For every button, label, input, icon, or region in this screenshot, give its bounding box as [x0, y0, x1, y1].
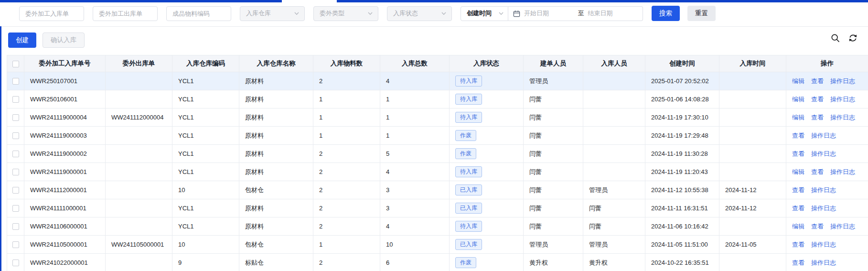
cell-material_count: 2	[313, 254, 380, 271]
column-header-creator: 建单人员	[524, 55, 583, 72]
inbound-warehouse-select[interactable]: 入库仓库	[240, 6, 305, 21]
start-date-placeholder[interactable]: 开始日期	[524, 9, 574, 18]
cell-total_count: 4	[380, 217, 450, 236]
action-edit-link[interactable]: 编辑	[792, 77, 804, 85]
action-log-link[interactable]: 操作日志	[811, 259, 836, 266]
table-row: WWR250106001YCL1原材料11待入库闫蕾2025-01-06 14:…	[7, 90, 868, 108]
cell-material_count: 2	[313, 199, 380, 217]
cell-actions: 查看操作日志	[786, 199, 868, 217]
cell-outbound_no: WW241105000001	[106, 236, 172, 254]
row-checkbox[interactable]	[12, 132, 19, 139]
cell-inbound_at	[719, 217, 786, 236]
cell-outbound_no	[106, 254, 172, 271]
row-checkbox[interactable]	[12, 151, 19, 157]
action-view-link[interactable]: 查看	[811, 223, 824, 230]
date-type-selected-value: 创建时间	[467, 9, 492, 18]
select-all-checkbox[interactable]	[12, 61, 19, 67]
end-date-placeholder[interactable]: 结束日期	[588, 9, 638, 18]
cell-created_at: 2024-11-19 11:20:43	[645, 163, 719, 181]
cell-warehouse_code: 10	[172, 236, 239, 254]
date-type-select[interactable]: 创建时间	[461, 6, 508, 21]
action-view-link[interactable]: 查看	[792, 132, 804, 139]
cell-warehouse_name: 原材料	[239, 163, 313, 181]
select-all-header-cell	[7, 55, 24, 72]
cell-total_count: 1	[380, 90, 450, 108]
outsource-type-select-placeholder: 委外类型	[320, 9, 344, 18]
confirm-inbound-button[interactable]: 确认入库	[43, 33, 85, 48]
search-button[interactable]: 搜索	[652, 6, 680, 21]
cell-created_at: 2024-11-19 17:30:10	[645, 108, 719, 127]
outsource-inbound-order-input[interactable]	[19, 6, 84, 21]
action-view-link[interactable]: 查看	[792, 150, 804, 157]
date-range-picker[interactable]: 开始日期 至 结束日期	[508, 6, 643, 21]
action-log-link[interactable]: 操作日志	[811, 205, 836, 212]
column-header-outbound_no: 委外出库单	[106, 55, 172, 72]
refresh-icon[interactable]	[848, 33, 857, 43]
cell-warehouse_name: 包材仓	[239, 181, 313, 199]
action-log-link[interactable]: 操作日志	[830, 96, 855, 103]
inbound-status-select[interactable]: 入库状态	[387, 6, 452, 21]
column-header-material_count: 入库物料数	[313, 55, 380, 72]
cell-actions: 查看操作日志	[786, 236, 868, 254]
reset-button[interactable]: 重置	[687, 6, 716, 21]
cell-total_count: 5	[380, 145, 450, 163]
cell-total_count: 4	[380, 163, 450, 181]
action-log-link[interactable]: 操作日志	[830, 223, 855, 230]
row-checkbox[interactable]	[12, 96, 19, 103]
cell-warehouse_code: YCL1	[172, 163, 239, 181]
date-filter: 创建时间 开始日期 至 结束日期	[461, 6, 643, 21]
outsource-outbound-order-input[interactable]	[93, 6, 158, 21]
cell-total_count: 1	[380, 127, 450, 145]
action-view-link[interactable]: 查看	[811, 114, 824, 121]
action-edit-link[interactable]: 编辑	[792, 114, 804, 121]
action-edit-link[interactable]: 编辑	[792, 223, 804, 230]
action-view-link[interactable]: 查看	[792, 241, 804, 248]
action-view-link[interactable]: 查看	[792, 186, 804, 194]
row-select-cell	[7, 145, 24, 163]
action-view-link[interactable]: 查看	[811, 168, 824, 175]
action-log-link[interactable]: 操作日志	[830, 168, 855, 175]
row-checkbox[interactable]	[12, 205, 19, 212]
row-checkbox[interactable]	[12, 223, 19, 230]
cell-inbound_operator	[583, 90, 645, 108]
cell-created_at: 2024-10-22 16:35:51	[645, 254, 719, 271]
search-icon[interactable]	[831, 33, 840, 43]
cell-creator: 黄升权	[524, 254, 583, 271]
action-log-link[interactable]: 操作日志	[811, 132, 836, 139]
action-edit-link[interactable]: 编辑	[792, 168, 804, 175]
column-header-inbound_operator: 入库人员	[583, 55, 645, 72]
action-log-link[interactable]: 操作日志	[811, 150, 836, 157]
row-checkbox[interactable]	[12, 78, 19, 85]
create-button[interactable]: 创建	[8, 33, 36, 48]
finished-material-code-input[interactable]	[166, 6, 231, 21]
action-view-link[interactable]: 查看	[792, 259, 804, 266]
cell-total_count: 4	[380, 72, 450, 90]
outsource-type-select[interactable]: 委外类型	[313, 6, 378, 21]
inbound-warehouse-select-placeholder: 入库仓库	[246, 9, 271, 18]
action-view-link[interactable]: 查看	[792, 205, 804, 212]
cell-warehouse_name: 包材仓	[239, 236, 313, 254]
cell-status: 待入库	[450, 217, 524, 236]
row-checkbox[interactable]	[12, 187, 19, 194]
cell-inbound_at	[719, 108, 786, 127]
action-edit-link[interactable]: 编辑	[792, 96, 804, 103]
cell-warehouse_code: YCL1	[172, 199, 239, 217]
row-checkbox[interactable]	[12, 241, 19, 248]
cell-inbound_operator	[583, 127, 645, 145]
orders-table: 委外加工入库单号委外出库单入库仓库编码入库仓库名称入库物料数入库总数入库状态建单…	[7, 55, 868, 271]
cell-warehouse_code: YCL1	[172, 127, 239, 145]
action-log-link[interactable]: 操作日志	[830, 77, 855, 85]
row-checkbox[interactable]	[12, 114, 19, 121]
cell-creator: 闫蕾	[524, 127, 583, 145]
action-log-link[interactable]: 操作日志	[811, 241, 836, 248]
row-checkbox[interactable]	[12, 169, 19, 175]
row-checkbox[interactable]	[12, 260, 19, 266]
action-log-link[interactable]: 操作日志	[811, 186, 836, 194]
cell-actions: 查看操作日志	[786, 181, 868, 199]
action-log-link[interactable]: 操作日志	[830, 114, 855, 121]
cell-order_no: WWR241119000001	[24, 163, 106, 181]
action-view-link[interactable]: 查看	[811, 77, 824, 85]
row-select-cell	[7, 163, 24, 181]
cell-status: 已入库	[450, 199, 524, 217]
action-view-link[interactable]: 查看	[811, 96, 824, 103]
